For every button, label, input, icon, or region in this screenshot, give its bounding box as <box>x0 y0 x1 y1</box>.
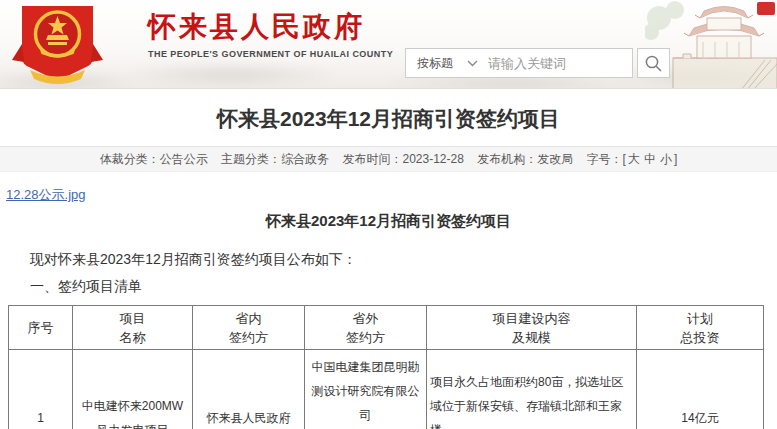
page: 怀来县人民政府 THE PEOPLE'S GOVERNMENT OF HUAIL… <box>0 0 777 429</box>
col-header-in-province-party: 省内 签约方 <box>193 306 305 350</box>
site-name: 怀来县人民政府 <box>148 10 393 44</box>
fontsize-large-button[interactable]: 大 <box>628 152 640 166</box>
meta-agency: 发布机构：发改局 <box>477 152 573 166</box>
corner-widget[interactable] <box>757 2 775 15</box>
article-meta: 体裁分类：公告公示 主题分类：综合政务 发布时间：2023-12-28 发布机构… <box>0 146 777 172</box>
meta-theme: 主题分类：综合政务 <box>221 152 329 166</box>
site-name-english: THE PEOPLE'S GOVERNMENT OF HUAILAI COUNT… <box>148 49 393 59</box>
projects-table: 序号 项目 名称 省内 签约方 省外 签约方 项目建设内容 及规模 计划 总投资… <box>8 305 764 429</box>
cell-planned-investment: 14亿元 <box>637 350 764 429</box>
section-heading: 一、签约项目清单 <box>0 278 777 296</box>
site-brand[interactable]: 怀来县人民政府 THE PEOPLE'S GOVERNMENT OF HUAIL… <box>148 10 393 59</box>
cell-out-province-party: 中国电建集团昆明勘 测设计研究院有限公 司 中电建新能源集团股 <box>305 350 427 429</box>
cell-construction-content: 项目永久占地面积约80亩，拟选址区 域位于新保安镇、存瑞镇北部和王家楼 回族乡西… <box>427 350 637 429</box>
meta-fontsize: 字号：[大中小] <box>587 152 678 166</box>
national-emblem-icon <box>10 4 105 84</box>
attachment-link[interactable]: 12.28公示.jpg <box>6 186 86 204</box>
cloud-decoration <box>120 62 340 88</box>
search-input[interactable] <box>488 56 632 71</box>
meta-genre: 体裁分类：公告公示 <box>100 152 208 166</box>
page-title: 怀来县2023年12月招商引资签约项目 <box>0 105 777 133</box>
fontsize-small-button[interactable]: 小 <box>660 152 672 166</box>
table-header-row: 序号 项目 名称 省内 签约方 省外 签约方 项目建设内容 及规模 计划 总投资 <box>9 306 764 350</box>
article-subtitle: 怀来县2023年12月招商引资签约项目 <box>0 212 777 231</box>
cell-in-province-party: 怀来县人民政府 <box>193 350 305 429</box>
search-button[interactable] <box>637 48 670 78</box>
article-intro: 现对怀来县2023年12月招商引资签约项目公布如下： <box>0 251 777 269</box>
fontsize-medium-button[interactable]: 中 <box>644 152 656 166</box>
meta-publish-date: 发布时间：2023-12-28 <box>342 152 463 166</box>
table-row: 1 中电建怀来200MW 风力发电项目 怀来县人民政府 中国电建集团昆明勘 测设… <box>9 350 764 429</box>
search-icon <box>644 54 663 73</box>
col-header-construction-content: 项目建设内容 及规模 <box>427 306 637 350</box>
search-category-dropdown[interactable]: 按标题 <box>406 55 488 72</box>
col-header-number: 序号 <box>9 306 73 350</box>
cell-project-name: 中电建怀来200MW 风力发电项目 <box>73 350 193 429</box>
search-box: 按标题 <box>405 48 633 78</box>
article: 怀来县2023年12月招商引资签约项目 体裁分类：公告公示 主题分类：综合政务 … <box>0 105 777 429</box>
chevron-down-icon <box>467 60 478 67</box>
cell-number: 1 <box>9 350 73 429</box>
col-header-project-name: 项目 名称 <box>73 306 193 350</box>
col-header-planned-investment: 计划 总投资 <box>637 306 764 350</box>
search-category-value: 按标题 <box>417 55 453 72</box>
col-header-out-province-party: 省外 签约方 <box>305 306 427 350</box>
search-bar: 按标题 <box>405 48 670 78</box>
site-header: 怀来县人民政府 THE PEOPLE'S GOVERNMENT OF HUAIL… <box>0 0 777 89</box>
